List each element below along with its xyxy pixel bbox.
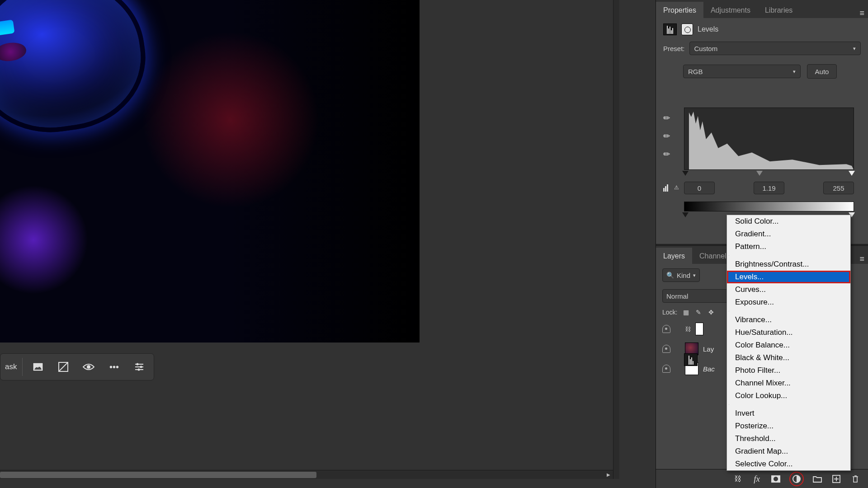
highlights-input[interactable]: 255 xyxy=(823,182,854,194)
settings-button[interactable] xyxy=(129,357,149,377)
adjustment-header: Levels xyxy=(656,18,868,39)
add-mask-icon[interactable] xyxy=(770,474,781,484)
menu-item[interactable]: Color Lookup... xyxy=(727,389,850,402)
black-point-eyedropper-icon[interactable]: ✎ xyxy=(661,110,675,124)
menu-item[interactable]: Pattern... xyxy=(727,240,850,253)
channel-row: RGB ▾ Auto xyxy=(656,58,868,83)
new-layer-icon[interactable] xyxy=(831,474,842,484)
eyedropper-group: ✎ ✎ ✎ xyxy=(663,112,673,158)
filter-kind-select[interactable]: 🔍 Kind ▾ xyxy=(662,268,700,282)
svg-point-7 xyxy=(140,366,142,368)
delete-layer-icon[interactable] xyxy=(850,474,861,484)
svg-rect-0 xyxy=(33,363,43,371)
link-layers-icon[interactable]: ⛓ xyxy=(732,474,743,484)
glasses-shape xyxy=(0,0,155,142)
output-gradient xyxy=(684,202,854,211)
shadows-slider[interactable] xyxy=(682,171,689,176)
preset-row: Preset: Custom ▾ xyxy=(656,39,868,58)
tab-libraries[interactable]: Libraries xyxy=(758,2,800,18)
layer-thumb-levels xyxy=(684,353,698,366)
adjustment-layer-menu[interactable]: Solid Color...Gradient...Pattern...Brigh… xyxy=(726,215,851,471)
link-icon[interactable]: ⛓ xyxy=(685,326,691,333)
options-bar: ask ••• xyxy=(0,353,154,380)
calculate-histogram-icon[interactable]: ⚠ xyxy=(663,183,679,192)
search-icon: 🔍 xyxy=(666,272,674,279)
menu-separator xyxy=(729,255,729,256)
preset-value: Custom xyxy=(694,45,718,52)
panel-menu-icon[interactable]: ≡ xyxy=(859,9,864,18)
svg-rect-12 xyxy=(667,184,668,192)
gray-point-eyedropper-icon[interactable]: ✎ xyxy=(661,128,675,142)
channel-select[interactable]: RGB ▾ xyxy=(683,65,801,78)
histogram[interactable] xyxy=(684,108,854,170)
more-options-button[interactable]: ••• xyxy=(104,357,124,377)
visibility-toggle-icon[interactable] xyxy=(662,345,670,353)
tab-layers[interactable]: Layers xyxy=(656,248,692,264)
lock-transparency-icon[interactable]: ▦ xyxy=(682,308,690,316)
menu-item[interactable]: Black & White... xyxy=(727,352,850,364)
input-sliders xyxy=(684,171,854,178)
layer-mask-thumb[interactable] xyxy=(695,323,703,335)
menu-item[interactable]: Brightness/Contrast... xyxy=(727,258,850,271)
svg-line-2 xyxy=(59,363,67,371)
menu-item[interactable]: Gradient... xyxy=(727,228,850,240)
menu-item[interactable]: Threshold... xyxy=(727,432,850,445)
menu-item[interactable]: Levels... xyxy=(727,271,850,283)
svg-point-3 xyxy=(87,365,90,369)
vertical-scrollbar[interactable] xyxy=(613,0,619,479)
adjustment-name: Levels xyxy=(698,25,718,33)
blend-mode-select[interactable]: Normal ▾ xyxy=(662,289,735,303)
menu-item[interactable]: Selective Color... xyxy=(727,458,850,470)
menu-item[interactable]: Photo Filter... xyxy=(727,364,850,377)
new-adjustment-layer-icon[interactable] xyxy=(789,472,804,486)
menu-item[interactable]: Hue/Saturation... xyxy=(727,326,850,339)
document-image[interactable] xyxy=(0,0,420,343)
preset-label: Preset: xyxy=(663,45,685,52)
preset-select[interactable]: Custom ▾ xyxy=(689,42,861,55)
chevron-down-icon: ▾ xyxy=(693,272,696,278)
channel-value: RGB xyxy=(688,68,703,75)
midtones-slider[interactable] xyxy=(756,171,763,176)
blend-mode-value: Normal xyxy=(666,292,688,300)
highlights-slider[interactable] xyxy=(849,171,855,176)
levels-icon xyxy=(663,23,677,35)
visibility-toggle-icon[interactable] xyxy=(662,365,670,373)
tab-adjustments[interactable]: Adjustments xyxy=(703,2,758,18)
lock-pixels-icon[interactable]: ✎ xyxy=(694,308,703,316)
output-black-slider[interactable] xyxy=(682,212,689,217)
menu-item[interactable]: Channel Mixer... xyxy=(727,377,850,389)
menu-item[interactable]: Invert xyxy=(727,407,850,420)
midtones-input[interactable]: 1.19 xyxy=(754,182,784,194)
separator xyxy=(22,358,23,376)
menu-item[interactable]: Gradient Map... xyxy=(727,445,850,458)
mask-label-fragment: ask xyxy=(5,362,17,371)
input-values: 0 1.19 255 xyxy=(684,182,854,194)
menu-item[interactable]: Exposure... xyxy=(727,296,850,309)
scroll-right-arrow[interactable]: ▶ xyxy=(606,472,611,478)
visibility-toggle-icon[interactable] xyxy=(662,325,670,333)
menu-separator xyxy=(729,311,729,311)
invert-mask-button[interactable] xyxy=(53,357,73,377)
view-mode-button[interactable] xyxy=(79,357,99,377)
select-subject-button[interactable] xyxy=(28,357,48,377)
menu-item[interactable]: Posterize... xyxy=(727,420,850,432)
new-group-icon[interactable] xyxy=(812,474,823,484)
scrollbar-thumb[interactable] xyxy=(0,472,316,478)
shadows-input[interactable]: 0 xyxy=(684,182,715,194)
svg-rect-10 xyxy=(663,188,665,192)
menu-item[interactable]: Color Balance... xyxy=(727,339,850,352)
menu-item[interactable]: Vibrance... xyxy=(727,314,850,326)
menu-item[interactable]: Solid Color... xyxy=(727,215,850,228)
layer-style-icon[interactable]: fx xyxy=(751,474,762,484)
filter-kind-value: Kind xyxy=(677,272,690,279)
panel-menu-icon[interactable]: ≡ xyxy=(859,254,864,264)
lock-position-icon[interactable]: ✥ xyxy=(707,308,715,316)
canvas-area[interactable]: ask ••• ▶ xyxy=(0,0,619,479)
menu-item[interactable]: Curves... xyxy=(727,283,850,296)
properties-tabs: Properties Adjustments Libraries ≡ xyxy=(656,0,868,18)
white-point-eyedropper-icon[interactable]: ✎ xyxy=(661,146,675,160)
horizontal-scrollbar[interactable]: ▶ xyxy=(0,470,613,479)
mask-icon[interactable] xyxy=(681,23,693,35)
tab-properties[interactable]: Properties xyxy=(656,2,703,18)
auto-button[interactable]: Auto xyxy=(807,64,837,79)
